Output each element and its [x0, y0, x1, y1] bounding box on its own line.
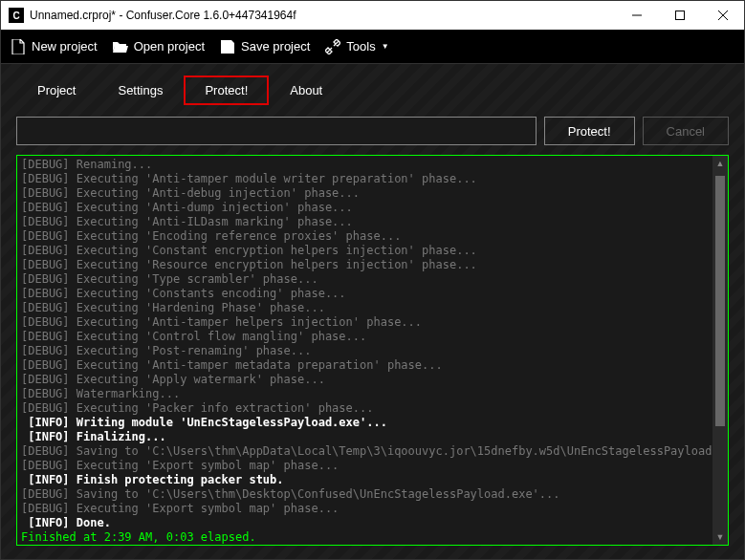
main-toolbar: New project Open project Save project To…	[1, 30, 744, 64]
log-output[interactable]: [DEBUG] Renaming...[DEBUG] Executing 'An…	[17, 156, 712, 545]
folder-open-icon	[113, 39, 128, 54]
log-panel: [DEBUG] Renaming...[DEBUG] Executing 'An…	[16, 155, 729, 546]
save-project-label: Save project	[241, 39, 310, 54]
log-line: [DEBUG] Executing 'Anti-dump injection' …	[21, 201, 709, 215]
log-line: [DEBUG] Executing 'Packer info extractio…	[21, 401, 709, 416]
tab-protect[interactable]: Protect!	[184, 75, 269, 105]
scroll-up-arrow[interactable]: ▲	[712, 156, 728, 171]
log-line: [DEBUG] Watermarking...	[21, 387, 709, 401]
scroll-track[interactable]	[712, 171, 728, 529]
open-project-label: Open project	[134, 39, 205, 54]
file-icon	[11, 39, 26, 54]
tab-about[interactable]: About	[269, 75, 343, 105]
log-line: [DEBUG] Executing 'Anti-tamper helpers i…	[21, 315, 709, 330]
scroll-thumb[interactable]	[715, 176, 725, 427]
tab-settings[interactable]: Settings	[97, 75, 184, 105]
log-line: [DEBUG] Executing 'Hardening Phase' phas…	[21, 301, 709, 315]
log-line: [DEBUG] Executing 'Type scrambler' phase…	[21, 272, 709, 287]
log-line: [DEBUG] Executing 'Constant encryption h…	[21, 244, 709, 258]
protect-button[interactable]: Protect!	[544, 117, 635, 145]
save-icon	[220, 39, 235, 54]
log-line: [DEBUG] Executing 'Export symbol map' ph…	[21, 459, 709, 473]
log-line: [DEBUG] Executing 'Anti-debug injection'…	[21, 186, 709, 201]
close-button[interactable]	[701, 1, 744, 30]
log-line: Finished at 2:39 AM, 0:03 elapsed.	[21, 530, 709, 545]
tools-button[interactable]: Tools ▼	[323, 35, 390, 58]
open-project-button[interactable]: Open project	[111, 35, 207, 58]
log-line: [DEBUG] Executing 'Post-renaming' phase.…	[21, 344, 709, 358]
minimize-button[interactable]	[615, 1, 658, 30]
content-area: Project Settings Protect! About Protect!…	[1, 64, 744, 559]
log-line: [DEBUG] Saving to 'C:\Users\thm\Desktop\…	[21, 487, 709, 502]
log-line: [DEBUG] Executing 'Constants encoding' p…	[21, 287, 709, 301]
log-line: [DEBUG] Executing 'Anti-tamper metadata …	[21, 358, 709, 373]
log-line: [DEBUG] Saving to 'C:\Users\thm\AppData\…	[21, 444, 709, 459]
log-line: [INFO] Finish protecting packer stub.	[21, 473, 709, 487]
save-project-button[interactable]: Save project	[218, 35, 312, 58]
app-icon: C	[9, 8, 24, 23]
tabs: Project Settings Protect! About	[16, 75, 729, 105]
log-line: [INFO] Finalizing...	[21, 430, 709, 444]
scroll-down-arrow[interactable]: ▼	[712, 529, 728, 545]
scrollbar[interactable]: ▲ ▼	[712, 156, 728, 545]
chevron-down-icon: ▼	[382, 42, 389, 51]
log-line: [DEBUG] Executing 'Encoding reference pr…	[21, 229, 709, 244]
log-line: [INFO] Done.	[21, 516, 709, 530]
log-line: [DEBUG] Executing 'Anti-ILDasm marking' …	[21, 215, 709, 229]
new-project-label: New project	[32, 39, 98, 54]
window: C Unnamed.crproj* - Confuser.Core 1.6.0+…	[0, 0, 745, 560]
log-line: [DEBUG] Executing 'Apply watermark' phas…	[21, 373, 709, 387]
progress-input[interactable]	[16, 117, 537, 145]
log-line: [DEBUG] Renaming...	[21, 158, 709, 172]
cancel-button: Cancel	[643, 117, 729, 145]
log-line: [DEBUG] Executing 'Anti-tamper module wr…	[21, 172, 709, 186]
maximize-button[interactable]	[658, 1, 701, 30]
action-row: Protect! Cancel	[16, 117, 729, 145]
tools-label: Tools	[346, 39, 375, 54]
log-line: [DEBUG] Executing 'Export symbol map' ph…	[21, 502, 709, 516]
titlebar-controls	[615, 1, 744, 30]
log-line: [DEBUG] Executing 'Resource encryption h…	[21, 258, 709, 272]
log-line: [DEBUG] Executing 'Control flow mangling…	[21, 330, 709, 344]
log-line: [INFO] Writing module 'UnEncStagelessPay…	[21, 416, 709, 430]
tools-icon	[325, 39, 340, 54]
titlebar-left: C Unnamed.crproj* - Confuser.Core 1.6.0+…	[9, 8, 296, 23]
svg-rect-1	[675, 11, 684, 20]
titlebar: C Unnamed.crproj* - Confuser.Core 1.6.0+…	[1, 1, 744, 30]
tab-project[interactable]: Project	[16, 75, 97, 105]
new-project-button[interactable]: New project	[9, 35, 99, 58]
window-title: Unnamed.crproj* - Confuser.Core 1.6.0+44…	[30, 9, 296, 22]
